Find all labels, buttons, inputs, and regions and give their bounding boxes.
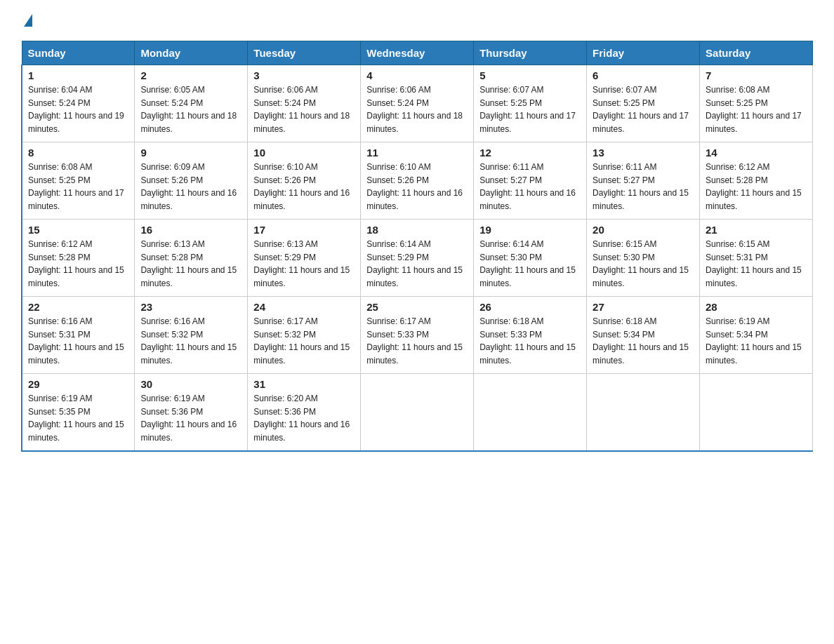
day-info: Sunrise: 6:19 AMSunset: 5:34 PMDaylight:…: [706, 315, 807, 367]
calendar-cell: 3Sunrise: 6:06 AMSunset: 5:24 PMDaylight…: [248, 65, 361, 142]
day-number: 16: [140, 224, 241, 236]
calendar-cell: 15Sunrise: 6:12 AMSunset: 5:28 PMDayligh…: [22, 220, 135, 297]
calendar-cell: [361, 374, 474, 451]
day-of-week-header: Wednesday: [361, 41, 474, 65]
day-of-week-header: Friday: [587, 41, 700, 65]
day-info: Sunrise: 6:14 AMSunset: 5:30 PMDaylight:…: [479, 238, 581, 290]
day-number: 24: [253, 301, 355, 313]
day-info: Sunrise: 6:08 AMSunset: 5:25 PMDaylight:…: [706, 83, 807, 135]
day-info: Sunrise: 6:04 AMSunset: 5:24 PMDaylight:…: [28, 83, 128, 135]
day-info: Sunrise: 6:11 AMSunset: 5:27 PMDaylight:…: [479, 161, 581, 213]
day-info: Sunrise: 6:18 AMSunset: 5:34 PMDaylight:…: [593, 315, 694, 367]
day-info: Sunrise: 6:11 AMSunset: 5:27 PMDaylight:…: [593, 161, 694, 213]
day-of-week-header: Saturday: [700, 41, 813, 65]
day-number: 13: [593, 147, 694, 159]
day-number: 5: [479, 69, 581, 81]
calendar-cell: 17Sunrise: 6:13 AMSunset: 5:29 PMDayligh…: [248, 220, 361, 297]
day-info: Sunrise: 6:08 AMSunset: 5:25 PMDaylight:…: [28, 161, 128, 213]
calendar-cell: 26Sunrise: 6:18 AMSunset: 5:33 PMDayligh…: [474, 297, 587, 374]
day-info: Sunrise: 6:07 AMSunset: 5:25 PMDaylight:…: [593, 83, 694, 135]
calendar-cell: 25Sunrise: 6:17 AMSunset: 5:33 PMDayligh…: [361, 297, 474, 374]
day-number: 29: [28, 378, 128, 390]
day-number: 6: [593, 69, 694, 81]
day-number: 25: [366, 301, 468, 313]
day-number: 3: [253, 69, 355, 81]
day-of-week-header: Tuesday: [248, 41, 361, 65]
calendar-cell: 30Sunrise: 6:19 AMSunset: 5:36 PMDayligh…: [135, 374, 248, 451]
day-info: Sunrise: 6:15 AMSunset: 5:30 PMDaylight:…: [593, 238, 694, 290]
day-number: 11: [366, 147, 468, 159]
calendar-cell: 14Sunrise: 6:12 AMSunset: 5:28 PMDayligh…: [700, 142, 813, 220]
day-info: Sunrise: 6:17 AMSunset: 5:33 PMDaylight:…: [366, 315, 468, 367]
calendar-cell: 16Sunrise: 6:13 AMSunset: 5:28 PMDayligh…: [135, 220, 248, 297]
day-of-week-header: Thursday: [474, 41, 587, 65]
day-of-week-header: Monday: [135, 41, 248, 65]
day-of-week-header: Sunday: [22, 41, 135, 65]
day-number: 18: [366, 224, 468, 236]
day-info: Sunrise: 6:16 AMSunset: 5:32 PMDaylight:…: [140, 315, 241, 367]
logo-triangle-icon: [24, 14, 32, 27]
day-info: Sunrise: 6:17 AMSunset: 5:32 PMDaylight:…: [253, 315, 355, 367]
day-info: Sunrise: 6:18 AMSunset: 5:33 PMDaylight:…: [479, 315, 581, 367]
day-number: 2: [140, 69, 241, 81]
day-number: 22: [28, 301, 128, 313]
calendar-cell: 1Sunrise: 6:04 AMSunset: 5:24 PMDaylight…: [22, 65, 135, 142]
page-header: [21, 14, 813, 28]
day-info: Sunrise: 6:12 AMSunset: 5:28 PMDaylight:…: [706, 161, 807, 213]
calendar-cell: 22Sunrise: 6:16 AMSunset: 5:31 PMDayligh…: [22, 297, 135, 374]
day-number: 7: [706, 69, 807, 81]
calendar-cell: 5Sunrise: 6:07 AMSunset: 5:25 PMDaylight…: [474, 65, 587, 142]
calendar-table: SundayMondayTuesdayWednesdayThursdayFrid…: [21, 41, 813, 452]
calendar-cell: 18Sunrise: 6:14 AMSunset: 5:29 PMDayligh…: [361, 220, 474, 297]
calendar-cell: 28Sunrise: 6:19 AMSunset: 5:34 PMDayligh…: [700, 297, 813, 374]
calendar-cell: [474, 374, 587, 451]
calendar-cell: 11Sunrise: 6:10 AMSunset: 5:26 PMDayligh…: [361, 142, 474, 220]
calendar-week-row: 22Sunrise: 6:16 AMSunset: 5:31 PMDayligh…: [22, 297, 813, 374]
calendar-cell: 13Sunrise: 6:11 AMSunset: 5:27 PMDayligh…: [587, 142, 700, 220]
calendar-cell: 27Sunrise: 6:18 AMSunset: 5:34 PMDayligh…: [587, 297, 700, 374]
calendar-week-row: 15Sunrise: 6:12 AMSunset: 5:28 PMDayligh…: [22, 220, 813, 297]
calendar-cell: 19Sunrise: 6:14 AMSunset: 5:30 PMDayligh…: [474, 220, 587, 297]
day-info: Sunrise: 6:09 AMSunset: 5:26 PMDaylight:…: [140, 161, 241, 213]
day-number: 31: [253, 378, 355, 390]
day-number: 4: [366, 69, 468, 81]
day-info: Sunrise: 6:20 AMSunset: 5:36 PMDaylight:…: [253, 392, 355, 444]
calendar-cell: 4Sunrise: 6:06 AMSunset: 5:24 PMDaylight…: [361, 65, 474, 142]
day-info: Sunrise: 6:16 AMSunset: 5:31 PMDaylight:…: [28, 315, 128, 367]
day-info: Sunrise: 6:07 AMSunset: 5:25 PMDaylight:…: [479, 83, 581, 135]
calendar-cell: 12Sunrise: 6:11 AMSunset: 5:27 PMDayligh…: [474, 142, 587, 220]
day-info: Sunrise: 6:10 AMSunset: 5:26 PMDaylight:…: [366, 161, 468, 213]
calendar-cell: 2Sunrise: 6:05 AMSunset: 5:24 PMDaylight…: [135, 65, 248, 142]
calendar-week-row: 1Sunrise: 6:04 AMSunset: 5:24 PMDaylight…: [22, 65, 813, 142]
calendar-cell: 29Sunrise: 6:19 AMSunset: 5:35 PMDayligh…: [22, 374, 135, 451]
day-number: 8: [28, 147, 128, 159]
day-number: 1: [28, 69, 128, 81]
day-info: Sunrise: 6:15 AMSunset: 5:31 PMDaylight:…: [706, 238, 807, 290]
calendar-week-row: 8Sunrise: 6:08 AMSunset: 5:25 PMDaylight…: [22, 142, 813, 220]
calendar-cell: [700, 374, 813, 451]
logo: [21, 14, 32, 28]
day-number: 12: [479, 147, 581, 159]
calendar-cell: 23Sunrise: 6:16 AMSunset: 5:32 PMDayligh…: [135, 297, 248, 374]
calendar-cell: 7Sunrise: 6:08 AMSunset: 5:25 PMDaylight…: [700, 65, 813, 142]
day-number: 15: [28, 224, 128, 236]
day-info: Sunrise: 6:19 AMSunset: 5:36 PMDaylight:…: [140, 392, 241, 444]
calendar-cell: 31Sunrise: 6:20 AMSunset: 5:36 PMDayligh…: [248, 374, 361, 451]
calendar-cell: [587, 374, 700, 451]
calendar-cell: 20Sunrise: 6:15 AMSunset: 5:30 PMDayligh…: [587, 220, 700, 297]
day-info: Sunrise: 6:12 AMSunset: 5:28 PMDaylight:…: [28, 238, 128, 290]
day-info: Sunrise: 6:13 AMSunset: 5:29 PMDaylight:…: [253, 238, 355, 290]
day-info: Sunrise: 6:05 AMSunset: 5:24 PMDaylight:…: [140, 83, 241, 135]
calendar-cell: 21Sunrise: 6:15 AMSunset: 5:31 PMDayligh…: [700, 220, 813, 297]
day-number: 10: [253, 147, 355, 159]
calendar-cell: 10Sunrise: 6:10 AMSunset: 5:26 PMDayligh…: [248, 142, 361, 220]
day-number: 20: [593, 224, 694, 236]
day-number: 30: [140, 378, 241, 390]
day-number: 23: [140, 301, 241, 313]
calendar-cell: 6Sunrise: 6:07 AMSunset: 5:25 PMDaylight…: [587, 65, 700, 142]
day-number: 28: [706, 301, 807, 313]
day-info: Sunrise: 6:14 AMSunset: 5:29 PMDaylight:…: [366, 238, 468, 290]
calendar-cell: 8Sunrise: 6:08 AMSunset: 5:25 PMDaylight…: [22, 142, 135, 220]
day-info: Sunrise: 6:19 AMSunset: 5:35 PMDaylight:…: [28, 392, 128, 444]
day-number: 19: [479, 224, 581, 236]
